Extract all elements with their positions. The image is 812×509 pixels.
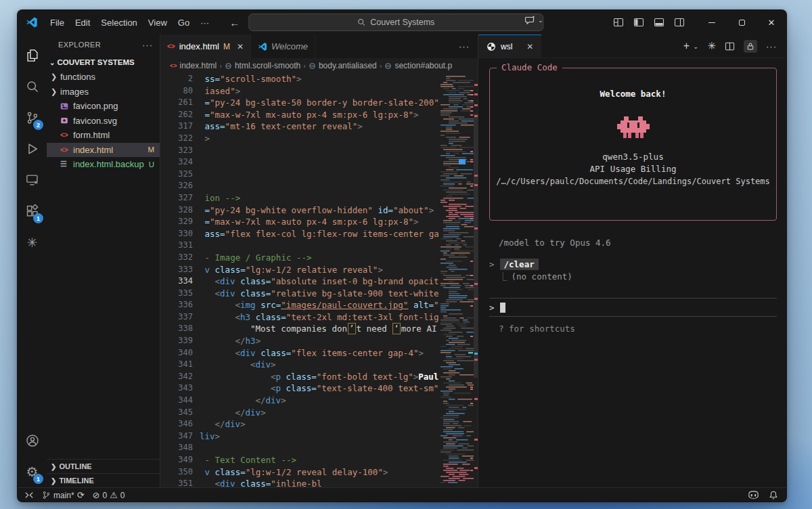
command-center-search[interactable]: Couvert Systems [248,14,543,31]
toggle-panel-icon[interactable] [654,17,664,28]
scrollbar-thumb[interactable] [474,114,478,378]
tabbar-more-actions[interactable]: ··· [459,41,478,51]
file-row-favicon-png[interactable]: favicon.png [47,99,160,114]
bell-icon[interactable] [769,490,778,500]
workspace-root-folder[interactable]: ⌄ COUVERT SYSTEMS [47,55,160,70]
activity-source-control[interactable]: 2 [18,102,47,133]
explorer-title: EXPLORER [58,41,101,49]
modified-line-marker [474,93,478,95]
file-label: favicon.png [73,101,154,111]
line-number: 334 [160,275,193,288]
menu-item-file[interactable]: File [45,15,70,30]
file-row-index-html-backup[interactable]: ☰index.html.backupU [47,157,160,172]
toggle-secondary-sidebar-icon[interactable] [674,17,685,28]
modified-line-marker [474,283,478,285]
vscode-logo-icon [26,16,38,28]
activity-settings[interactable]: ⚙ 1 [18,456,47,487]
code-editor[interactable]: 2ss="scroll-smooth">80iased">261="py-24 … [160,73,478,487]
code-line-330: 330ass="flex flex-col lg:flex-row items-… [160,228,478,240]
menu-item-view[interactable]: View [143,15,173,30]
code-line-262: 262="max-w-7xl mx-auto px-4 sm:px-6 lg:p… [160,109,478,121]
code-line-322: 322> [160,133,478,145]
line-content: ="py-24 bg-slate-50 border-y border-slat… [193,97,444,109]
file-row-functions[interactable]: ❯functions [47,70,160,85]
tab-label: Welcome [271,41,308,51]
line-content: ="max-w-7xl mx-auto px-4 sm:px-6 lg:px-8… [193,216,419,228]
menu-item-edit[interactable]: Edit [70,15,95,30]
file-row-favicon-svg[interactable]: favicon.svg [47,114,160,129]
breadcrumb-section-about-p[interactable]: section#about.p [384,61,452,70]
close-icon[interactable]: ✕ [526,42,533,51]
welcome-message: Welcome back! [490,89,776,99]
breadcrumb-separator: › [219,62,222,70]
activity-openai[interactable]: ✳ [18,227,47,258]
file-row-form-html[interactable]: <>form.html [47,128,160,143]
file-row-images[interactable]: ❯images [47,85,160,99]
code-line-340: 340<div class="flex items-center gap-4"> [160,347,478,359]
breadcrumbs: <>index.html›html.scroll-smooth›body.ant… [160,58,478,73]
code-line-350: 350v class="lg:w-1/2 reveal delay-100"> [160,466,478,479]
terminal-profile-icon [487,42,496,51]
copilot-status-icon[interactable] [748,490,759,500]
activity-extensions[interactable]: 1 [18,196,47,227]
terminal-panel: wsl ✕ + ⌄ ✳ [478,35,786,487]
line-content: <p class="font-bold text-lg">Paul [193,371,438,383]
window-close-button[interactable]: ✕ [757,10,786,35]
line-number: 262 [160,109,193,121]
menu-item-[interactable]: ··· [195,15,215,30]
nav-back-icon[interactable]: ← [229,17,240,28]
file-row-index-html[interactable]: <>index.htmlM [47,143,160,158]
tab-welcome[interactable]: Welcome [251,35,315,58]
claude-mascot-icon [617,116,650,139]
activity-remote-explorer[interactable] [18,164,47,196]
split-terminal-icon[interactable] [725,41,735,51]
remote-indicator[interactable] [24,491,34,500]
line-number: 329 [160,216,193,228]
activity-explorer[interactable] [18,40,47,71]
terminal-prompt[interactable]: > [489,298,777,316]
explorer-more-actions[interactable]: ··· [142,40,153,50]
window-maximize-button[interactable] [727,10,757,35]
breadcrumb-html-scroll-smooth[interactable]: html.scroll-smooth [225,61,300,70]
customize-layout-icon[interactable] [613,17,624,28]
maximize-icon [739,20,745,26]
breadcrumb-index-html[interactable]: <>index.html [170,61,217,70]
code-line-348: 348 [160,442,478,454]
sync-icon[interactable]: ⟳ [77,490,85,500]
git-branch-status[interactable]: main* ⟳ [42,490,85,500]
timeline-section[interactable]: ❯ TIMELINE [47,473,160,487]
code-line-333: 333v class="lg:w-1/2 relative reveal"> [160,264,478,276]
breadcrumb-body-antialiased[interactable]: body.antialiased [309,61,377,70]
model-hint: /model to try Opus 4.6 [499,237,777,249]
openai-flower-icon[interactable]: ✳ [707,40,716,52]
modified-line-marker [474,104,478,106]
claude-code-title: Claude Code [497,62,562,72]
overview-ruler[interactable] [474,73,478,487]
chevron-down-icon[interactable]: ⌄ [693,43,698,50]
copilot-chat-button[interactable]: ⌄ [525,15,543,26]
search-icon [26,80,39,93]
panel-more-actions[interactable]: ··· [766,41,777,51]
menu-item-selection[interactable]: Selection [95,15,142,30]
command-caret: > [489,259,495,269]
outline-section[interactable]: ❯ OUTLINE [47,459,160,473]
window-minimize-button[interactable] [697,10,727,35]
activity-run-debug[interactable] [18,133,47,164]
line-content: "Most companies don’t need ‘more AI t [193,323,447,335]
terminal-content[interactable]: Claude Code Welcome back! [478,58,786,487]
menu-item-go[interactable]: Go [173,15,195,30]
terminal-tab-wsl[interactable]: wsl ✕ [478,35,541,58]
activity-accounts[interactable] [18,425,47,456]
problems-status[interactable]: ⊘ 0 ⚠ 0 [93,490,125,500]
minimap[interactable] [438,73,474,487]
line-number: 324 [160,156,193,169]
activity-search[interactable] [18,71,47,102]
tab-index-html[interactable]: <>index.htmlM✕ [160,35,251,58]
chevron-down-icon: ⌄ [538,17,543,24]
toggle-primary-sidebar-icon[interactable] [633,17,644,28]
lock-button[interactable] [744,40,757,53]
code-line-338: 338"Most companies don’t need ‘more AI t [160,323,478,335]
code-line-336: 336<img src="images/paul-couvert.jpg" al… [160,299,478,311]
new-terminal-button[interactable]: + [683,40,690,52]
close-icon[interactable]: ✕ [237,42,244,51]
